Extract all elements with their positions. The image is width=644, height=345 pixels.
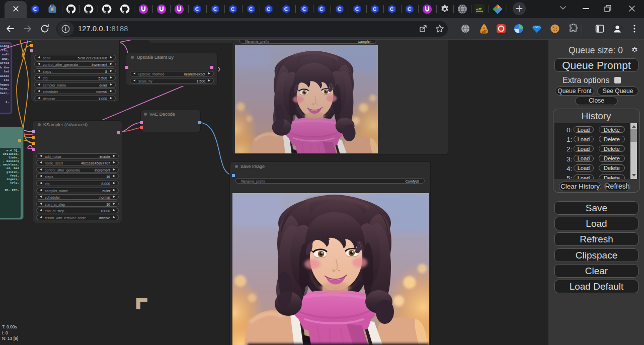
svg-text:off: off [481, 29, 487, 34]
